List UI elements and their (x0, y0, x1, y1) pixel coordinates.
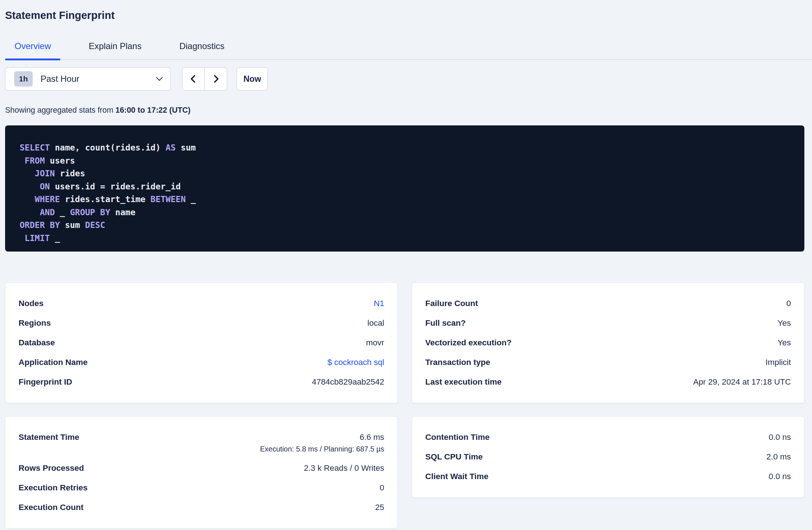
execution-count-label: Execution Count (19, 502, 91, 513)
rows-processed-value: 2.3 k Reads / 0 Writes (304, 463, 384, 473)
fingerprint-id-value: 4784cb829aab2542 (312, 377, 384, 387)
sql-line: JOIN rides (20, 167, 790, 180)
statement-time-value: 6.6 ms (359, 432, 384, 442)
tab-diagnostics[interactable]: Diagnostics (170, 41, 234, 59)
row-contention-time: Contention Time 0.0 ns (425, 427, 791, 447)
sql-line: WHERE rides.start_time BETWEEN _ (20, 193, 790, 206)
execution-retries-label: Execution Retries (19, 483, 95, 493)
last-execution-time-value: Apr 29, 2024 at 17:18 UTC (693, 377, 791, 387)
failure-count-value: 0 (786, 298, 791, 309)
row-rows-processed: Rows Processed 2.3 k Reads / 0 Writes (19, 458, 384, 478)
row-client-wait-time: Client Wait Time 0.0 ns (425, 467, 791, 486)
statement-times-card: Statement Time 6.6 ms Execution: 5.8 ms … (5, 416, 398, 529)
vectorized-execution-value: Yes (777, 338, 791, 348)
row-regions: Regions local (19, 313, 384, 333)
application-name-label: Application Name (19, 357, 95, 368)
aggregated-stats-line: Showing aggregated stats from 16:00 to 1… (5, 106, 804, 115)
tab-explain-plans-label: Explain Plans (89, 41, 141, 51)
row-database: Database movr (19, 333, 384, 353)
row-failure-count: Failure Count 0 (425, 294, 791, 313)
execution-count-value: 25 (375, 502, 384, 513)
regions-label: Regions (19, 318, 58, 328)
row-execution-retries: Execution Retries 0 (19, 478, 384, 498)
row-full-scan: Full scan? Yes (425, 313, 791, 333)
time-controls: 1h Past Hour Now (5, 67, 804, 91)
time-range-badge: 1h (14, 71, 33, 87)
database-label: Database (19, 338, 62, 348)
contention-time-label: Contention Time (425, 432, 497, 442)
fingerprint-id-label: Fingerprint ID (19, 377, 80, 387)
prev-range-button[interactable] (182, 68, 205, 90)
stats-line-range: 16:00 to 17:22 (UTC) (116, 106, 191, 115)
statement-details-card: Nodes N1 Regions local Database movr App… (5, 282, 398, 403)
vectorized-execution-label: Vectorized execution? (425, 338, 519, 348)
full-scan-label: Full scan? (425, 318, 473, 328)
tab-bar: Overview Explain Plans Diagnostics (5, 41, 812, 60)
client-wait-time-label: Client Wait Time (425, 471, 496, 482)
range-step-group (182, 67, 227, 91)
stats-line-prefix: Showing aggregated stats from (5, 106, 116, 115)
resource-times-card: Contention Time 0.0 ns SQL CPU Time 2.0 … (412, 416, 804, 498)
row-last-execution-time: Last execution time Apr 29, 2024 at 17:1… (425, 372, 791, 392)
application-name-link[interactable]: $ cockroach sql (327, 357, 384, 368)
row-execution-count: Execution Count 25 (19, 498, 384, 517)
tab-explain-plans[interactable]: Explain Plans (79, 41, 151, 59)
transaction-type-label: Transaction type (425, 357, 498, 368)
row-vectorized-execution: Vectorized execution? Yes (425, 333, 791, 353)
row-fingerprint-id: Fingerprint ID 4784cb829aab2542 (19, 372, 384, 392)
chevron-left-icon (189, 74, 198, 84)
nodes-link[interactable]: N1 (374, 298, 384, 309)
statement-time-label: Statement Time (19, 432, 87, 442)
tab-overview[interactable]: Overview (5, 41, 60, 59)
failure-count-label: Failure Count (425, 298, 485, 309)
time-range-select[interactable]: 1h Past Hour (5, 67, 171, 91)
row-sql-cpu-time: SQL CPU Time 2.0 ms (425, 447, 791, 467)
sql-line: ORDER BY sum DESC (20, 219, 790, 232)
tab-overview-label: Overview (15, 41, 51, 51)
sql-line: AND _ GROUP BY name (20, 206, 790, 219)
next-range-button[interactable] (205, 68, 227, 90)
row-statement-time: Statement Time 6.6 ms Execution: 5.8 ms … (19, 427, 384, 458)
row-transaction-type: Transaction type Implicit (425, 353, 791, 372)
regions-value: local (367, 318, 384, 328)
sql-line: SELECT name, count(rides.id) AS sum (20, 141, 790, 154)
full-scan-value: Yes (777, 318, 791, 328)
statement-fingerprint-page: Statement Fingerprint Overview Explain P… (0, 0, 812, 529)
execution-attributes-card: Failure Count 0 Full scan? Yes Vectorize… (412, 282, 804, 403)
chevron-right-icon (211, 74, 221, 84)
sql-cpu-time-value: 2.0 ms (766, 452, 791, 462)
page-title: Statement Fingerprint (5, 9, 804, 22)
time-range-label: Past Hour (41, 74, 80, 84)
row-application-name: Application Name $ cockroach sql (19, 353, 384, 372)
client-wait-time-value: 0.0 ns (769, 471, 791, 482)
sql-statement-box: SELECT name, count(rides.id) AS sum FROM… (5, 125, 804, 252)
transaction-type-value: Implicit (765, 357, 791, 368)
nodes-label: Nodes (19, 298, 51, 309)
now-button[interactable]: Now (237, 67, 268, 91)
database-value: movr (366, 338, 384, 348)
execution-retries-value: 0 (379, 483, 384, 493)
tab-diagnostics-label: Diagnostics (179, 41, 224, 51)
statement-time-breakdown: Execution: 5.8 ms / Planning: 687.5 µs (260, 444, 384, 454)
sql-line: ON users.id = rides.rider_id (20, 180, 790, 193)
sql-cpu-time-label: SQL CPU Time (425, 452, 490, 462)
rows-processed-label: Rows Processed (19, 463, 91, 473)
chevron-down-icon (156, 74, 162, 81)
sql-line: LIMIT _ (20, 232, 790, 245)
last-execution-time-label: Last execution time (425, 377, 509, 387)
contention-time-value: 0.0 ns (769, 432, 791, 442)
row-nodes: Nodes N1 (19, 294, 384, 313)
sql-line: FROM users (20, 154, 790, 168)
